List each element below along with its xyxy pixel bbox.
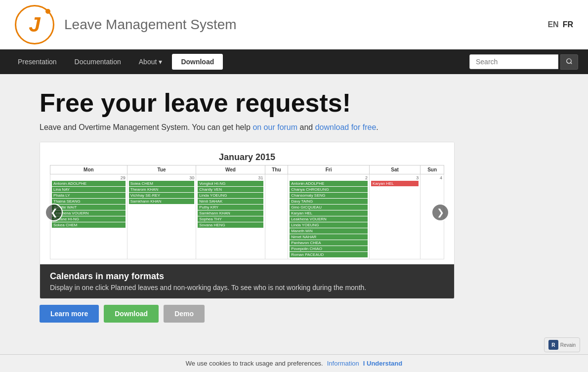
nav-download-button[interactable]: Download: [172, 54, 223, 70]
search-input[interactable]: [469, 54, 558, 69]
cal-cell: 2 Antonin ADOLPHE Chanya CHROEUNG Chanso…: [288, 174, 370, 259]
hero-subtitle: Leave and Overtime Management System. Yo…: [40, 123, 548, 132]
nav-search-area: [469, 54, 578, 70]
navbar: Presentation Documentation About ▾ Downl…: [0, 49, 588, 74]
cal-header-sat: Sat: [369, 165, 420, 174]
caption-text: Display in one click Planned leaves and …: [50, 284, 444, 291]
forum-link[interactable]: on our forum: [252, 123, 297, 131]
main-content: Free your leave requests! Leave and Over…: [0, 74, 588, 371]
caption-title: Calendars in many formats: [50, 271, 444, 282]
action-buttons: Learn more Download Demo: [40, 305, 548, 323]
cal-cell: 31 Vongkol HI-NG Chantly VEN Linda YOEUN…: [196, 174, 265, 259]
nav-documentation[interactable]: Documentation: [67, 49, 129, 74]
cal-header-thu: Thu: [265, 165, 288, 174]
revain-badge: R Revain: [544, 337, 580, 352]
calendar-image: January 2015 Mon Tue Wed Thu Fri Sat Sun: [40, 142, 454, 264]
carousel-prev-button[interactable]: ❮: [45, 204, 63, 221]
calendar-grid: Mon Tue Wed Thu Fri Sat Sun 29: [50, 165, 444, 259]
site-title: Leave Management System: [64, 17, 237, 33]
calendar-title: January 2015: [45, 147, 449, 165]
nav-presentation[interactable]: Presentation: [10, 49, 65, 74]
cookie-text: We use cookies to track usage and prefer…: [186, 360, 323, 367]
svg-point-0: [567, 58, 571, 63]
site-header: J Leave Management System EN FR: [0, 0, 588, 49]
search-button[interactable]: [560, 54, 578, 70]
carousel-caption: Calendars in many formats Display in one…: [40, 264, 454, 298]
logo-dot: [45, 9, 50, 14]
download-action-button[interactable]: Download: [104, 305, 159, 323]
cal-header-sun: Sun: [420, 165, 444, 174]
cookie-info-link[interactable]: Information: [327, 360, 359, 367]
cal-header-tue: Tue: [127, 165, 196, 174]
search-icon: [566, 58, 573, 65]
svg-line-1: [571, 62, 572, 64]
learn-more-button[interactable]: Learn more: [40, 305, 99, 323]
nav-links: Presentation Documentation About ▾ Downl…: [10, 49, 223, 74]
demo-button[interactable]: Demo: [164, 305, 205, 323]
carousel-inner: ❮ ❯ January 2015 Mon Tue Wed Thu Fri Sat: [40, 142, 454, 298]
cookie-bar: We use cookies to track usage and prefer…: [0, 354, 588, 371]
logo-icon: J: [15, 5, 54, 44]
lang-fr-button[interactable]: FR: [563, 20, 573, 29]
logo-area: J Leave Management System: [15, 5, 237, 44]
revain-icon: R: [548, 340, 558, 350]
nav-about[interactable]: About ▾: [131, 49, 170, 74]
cookie-understand-link[interactable]: I Understand: [363, 360, 402, 367]
download-link[interactable]: download for free: [315, 123, 377, 131]
hero-title: Free your leave requests!: [40, 89, 548, 117]
cal-cell: [265, 174, 288, 259]
table-row: 29 Antonin ADOLPHE Lina NAY Phaila LY Th…: [50, 174, 444, 259]
carousel-next-button[interactable]: ❯: [431, 204, 449, 221]
language-switcher: EN FR: [547, 20, 573, 29]
cal-cell: 30 Soiea CHEM Thearom KHAN Vichhay SE-RE…: [127, 174, 196, 259]
revain-label: Revain: [560, 342, 576, 348]
carousel: ❮ ❯ January 2015 Mon Tue Wed Thu Fri Sat: [40, 142, 455, 299]
cal-header-fri: Fri: [288, 165, 370, 174]
cal-header-wed: Wed: [196, 165, 265, 174]
cal-header-mon: Mon: [50, 165, 127, 174]
cal-cell: 3 Karyan HEL: [369, 174, 420, 259]
lang-en-button[interactable]: EN: [547, 20, 558, 29]
